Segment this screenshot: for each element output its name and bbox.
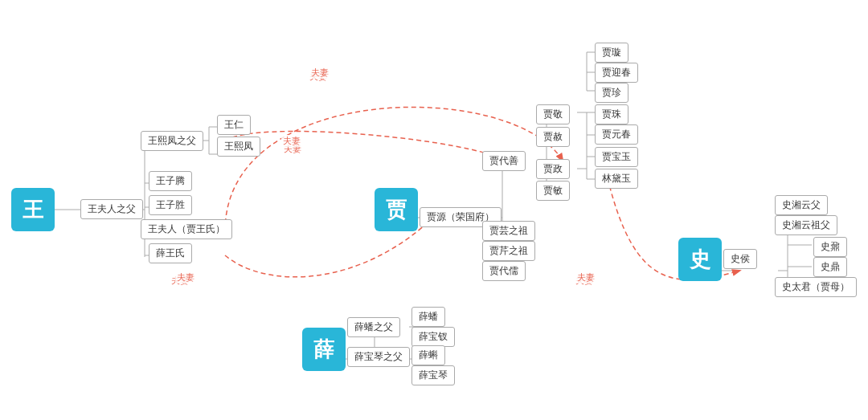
xue-wang-shi-label: 薛王氏	[149, 243, 192, 263]
jia-zhu-node: 贾珠	[595, 104, 628, 124]
wang-ren-label: 王仁	[217, 115, 251, 135]
xue-bao-qin-zhi-fu-label: 薛宝琴之父	[347, 347, 410, 367]
fuqi-text-middle: 夫妻	[281, 135, 302, 147]
shi-ding-node: 史鼐	[813, 237, 847, 257]
wang-icon: 王	[11, 188, 55, 231]
shi-xiang-yun-zu-fu-node: 史湘云祖父	[775, 215, 837, 235]
shi-main-node: 史	[678, 238, 722, 281]
xue-ke-label: 薛蝌	[411, 345, 445, 365]
jia-zheng-label: 贾政	[536, 159, 570, 179]
wang-fu-ren-node: 王夫人（贾王氏）	[141, 219, 232, 239]
chart-container: 王 王夫人之父 王熙凤之父 王仁 王熙凤 王子腾 王子胜 王夫人（贾王氏） 薛王…	[0, 0, 868, 420]
shi-ding-label: 史鼐	[813, 237, 847, 257]
shi-xiang-yun-fu-label: 史湘云父	[775, 195, 828, 215]
xue-main-node: 薛	[302, 328, 346, 371]
wang-fu-zhi-fu-node: 王夫人之父	[80, 199, 143, 219]
jia-main-node: 贾	[375, 188, 418, 231]
wang-fu-zhi-fu-label: 王夫人之父	[80, 199, 143, 219]
jia-qing-zhi-zu-node: 贾芹之祖	[482, 241, 535, 261]
jia-qing-zhi-zu-label: 贾芹之祖	[482, 241, 535, 261]
fuqi-text-bottom-left: 夫妻	[175, 271, 196, 283]
jia-yuan-chun-node: 贾元春	[595, 124, 638, 145]
wang-xi-feng-zhi-fu-node: 王熙凤之父	[141, 131, 203, 151]
jia-bao-yu-node: 贾宝玉	[595, 147, 638, 167]
wang-zi-teng-node: 王子腾	[149, 171, 192, 191]
jia-zhen-node: 贾珍	[595, 83, 628, 103]
jia-bao-yu-label: 贾宝玉	[595, 147, 638, 167]
shi-hou-node: 史侯	[723, 249, 757, 269]
jia-icon: 贾	[375, 188, 418, 231]
jia-min-node: 贾敏	[536, 181, 570, 201]
wang-zi-sheng-label: 王子胜	[149, 195, 192, 215]
xue-bao-qin-node: 薛宝琴	[411, 365, 455, 385]
jia-yun-zhi-zu-node: 贾芸之祖	[482, 221, 535, 241]
wang-xi-feng-node: 王熙凤	[217, 137, 260, 157]
wang-main-node: 王	[11, 188, 55, 231]
xue-bao-qin-zhi-fu-node: 薛宝琴之父	[347, 347, 410, 367]
shi-ding2-label: 史鼎	[813, 257, 847, 277]
shi-tai-jun-label: 史太君（贾母）	[775, 277, 857, 297]
wang-zi-teng-label: 王子腾	[149, 171, 192, 191]
jia-yuan-chun-label: 贾元春	[595, 124, 638, 145]
jia-min-label: 贾敏	[536, 181, 570, 201]
wang-xi-feng-label: 王熙凤	[217, 137, 260, 157]
shi-hou-label: 史侯	[723, 249, 757, 269]
xue-pan-node: 薛蟠	[411, 307, 445, 327]
lin-dai-yu-label: 林黛玉	[595, 169, 638, 189]
jia-yun-zhi-zu-label: 贾芸之祖	[482, 221, 535, 241]
xue-icon: 薛	[302, 328, 346, 371]
jia-se-label: 贾璇	[595, 43, 628, 63]
jia-ying-chun-label: 贾迎春	[595, 63, 638, 83]
xue-pan-zhi-fu-label: 薛蟠之父	[347, 317, 400, 337]
shi-tai-jun-node: 史太君（贾母）	[775, 277, 857, 297]
xue-ke-node: 薛蝌	[411, 345, 445, 365]
jia-dai-shan-node: 贾代善	[482, 151, 526, 171]
shi-ding2-node: 史鼎	[813, 257, 847, 277]
jia-zhu-label: 贾珠	[595, 104, 628, 124]
shi-xiang-yun-fu-node: 史湘云父	[775, 195, 828, 215]
jia-dai-ru-label: 贾代儒	[482, 261, 526, 281]
jia-dai-shan-label: 贾代善	[482, 151, 526, 171]
fuqi-text-bottom-right: 夫妻	[575, 271, 596, 283]
wang-xi-feng-zhi-fu-label: 王熙凤之父	[141, 131, 203, 151]
jia-zheng-node: 贾政	[536, 159, 570, 179]
wang-fu-ren-label: 王夫人（贾王氏）	[141, 219, 232, 239]
xue-wang-shi-node: 薛王氏	[149, 243, 192, 263]
jia-dai-ru-node: 贾代儒	[482, 261, 526, 281]
fuqi-text-top: 夫妻	[309, 67, 330, 79]
shi-xiang-yun-zu-fu-label: 史湘云祖父	[775, 215, 837, 235]
xue-pan-label: 薛蟠	[411, 307, 445, 327]
jia-she-label: 贾赦	[536, 127, 570, 147]
lin-dai-yu-node: 林黛玉	[595, 169, 638, 189]
shi-icon: 史	[678, 238, 722, 281]
jia-zhen-label: 贾珍	[595, 83, 628, 103]
jia-she-node: 贾赦	[536, 127, 570, 147]
jia-jing-node: 贾敬	[536, 104, 570, 124]
jia-se-node: 贾璇	[595, 43, 628, 63]
xue-bao-qin-label: 薛宝琴	[411, 365, 455, 385]
xue-bao-chai-node: 薛宝钗	[411, 327, 455, 347]
wang-zi-sheng-node: 王子胜	[149, 195, 192, 215]
xue-bao-chai-label: 薛宝钗	[411, 327, 455, 347]
jia-jing-label: 贾敬	[536, 104, 570, 124]
wang-ren-node: 王仁	[217, 115, 251, 135]
jia-ying-chun-node: 贾迎春	[595, 63, 638, 83]
xue-pan-zhi-fu-node: 薛蟠之父	[347, 317, 400, 337]
